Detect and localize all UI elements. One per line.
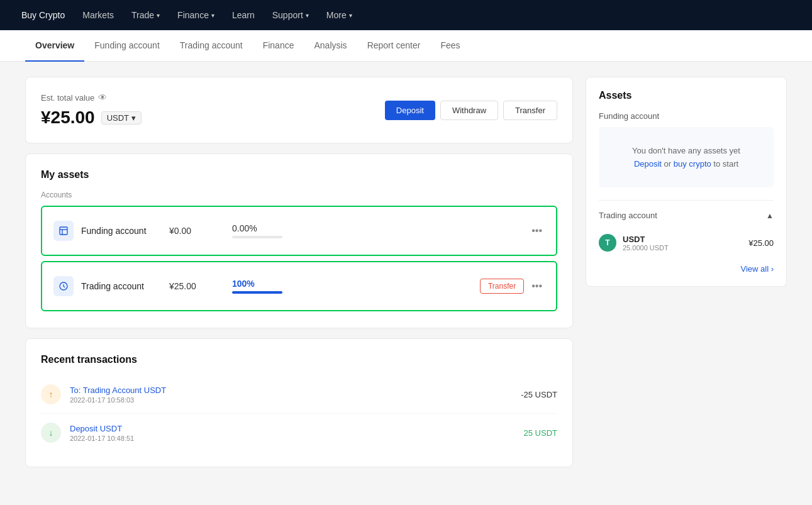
tx-icon-up-1: ↑ [41,384,61,404]
transaction-list: ↑ To: Trading Account USDT 2022-01-17 10… [41,375,557,452]
recent-transactions-title: Recent transactions [41,354,557,365]
sidebar-title: Assets [599,90,774,101]
sidebar: Assets Funding account You don't have an… [586,77,787,467]
funding-account-percent-value: 0.00% [232,223,308,233]
usdt-coin-name: USDT [623,235,748,244]
usdt-coin-info: USDT 25.0000 USDT [623,235,748,252]
main-layout: Est. total value 👁 ¥25.00 USDT ▾ Deposit… [0,62,812,482]
nav-support-label: Support [272,10,303,20]
nav-finance-chevron: ▾ [211,12,214,19]
trading-account-percent-value: 100% [232,279,308,289]
usdt-coin-amount: 25.0000 USDT [623,244,748,252]
empty-message: You don't have any assets yet [611,146,761,155]
funding-account-amount: ¥0.00 [169,226,232,236]
total-amount-value: ¥25.00 [41,108,95,128]
nav-more-label: More [326,10,347,20]
nav-more[interactable]: More ▾ [318,0,361,30]
nav-more-chevron: ▾ [349,12,352,19]
tx-title-1[interactable]: To: Trading Account USDT [70,386,521,395]
nav-finance-label: Finance [177,10,209,20]
total-amount: ¥25.00 USDT ▾ [41,108,142,128]
subnav-funding-account[interactable]: Funding account [84,30,170,62]
funding-progress-bar [232,236,282,238]
tx-info-1: To: Trading Account USDT 2022-01-17 10:5… [70,386,521,404]
trading-account-name: Trading account [81,281,169,291]
trading-progress-fill [232,291,282,294]
trading-account-icon [53,276,74,296]
funding-more-button[interactable]: ••• [529,225,545,236]
nav-learn[interactable]: Learn [223,0,264,30]
trading-account-row: Trading account ¥25.00 100% Transfer ••• [47,267,551,305]
sidebar-trading-label: Trading account [599,211,657,220]
nav-trade-label: Trade [131,10,154,20]
view-all-link[interactable]: View all › [599,264,774,274]
nav-support[interactable]: Support ▾ [264,0,318,30]
sidebar-assets-card: Assets Funding account You don't have an… [586,77,787,287]
trading-account-outline: Trading account ¥25.00 100% Transfer ••• [41,261,557,311]
subnav-analysis[interactable]: Analysis [304,30,357,62]
my-assets-title: My assets [41,169,557,180]
subnav-report-center[interactable]: Report center [357,30,431,62]
subnav-fees[interactable]: Fees [430,30,470,62]
empty-asset-box: You don't have any assets yet Deposit or… [599,127,774,187]
accounts-label: Accounts [41,191,557,199]
sub-navigation: Overview Funding account Trading account… [0,30,812,62]
subnav-overview[interactable]: Overview [25,30,84,62]
eye-icon[interactable]: 👁 [98,92,107,103]
currency-chevron-icon: ▾ [131,113,136,123]
tx-amount-1: -25 USDT [521,390,557,399]
usdt-coin-value: ¥25.00 [748,238,774,248]
svg-rect-0 [60,227,67,235]
top-navigation: Buy Crypto Markets Trade ▾ Finance ▾ Lea… [0,0,812,30]
tx-icon-down-2: ↓ [41,423,61,443]
funding-account-name: Funding account [81,226,169,236]
tx-info-2: Deposit USDT 2022-01-17 10:48:51 [70,424,524,442]
est-label-text: Est. total value [41,93,94,103]
tx-amount-2: 25 USDT [524,428,557,438]
funding-account-icon [53,221,74,241]
empty-message-text: You don't have any assets yet [632,146,740,155]
total-value-actions: Deposit Withdraw Transfer [385,101,557,120]
trading-more-button[interactable]: ••• [529,280,545,292]
my-assets-card: My assets Accounts Funding account ¥0.00… [25,153,573,328]
subnav-trading-account[interactable]: Trading account [170,30,253,62]
usdt-coin-icon: T [599,234,616,252]
trading-progress-bar [232,291,282,294]
trading-account-amount: ¥25.00 [169,281,232,291]
nav-trade-chevron: ▾ [157,12,160,19]
funding-account-actions: ••• [529,225,545,236]
est-label: Est. total value 👁 [41,92,142,103]
subnav-finance[interactable]: Finance [253,30,304,62]
empty-deposit-link[interactable]: Deposit [634,159,662,169]
currency-label: USDT [107,113,129,123]
empty-buy-crypto-link[interactable]: buy crypto [674,159,711,169]
trading-collapse-icon[interactable]: ▲ [766,211,774,220]
nav-finance[interactable]: Finance ▾ [169,0,223,30]
transaction-row-2: ↓ Deposit USDT 2022-01-17 10:48:51 25 US… [41,414,557,452]
withdraw-button[interactable]: Withdraw [440,101,498,120]
transfer-button[interactable]: Transfer [503,101,557,120]
main-content: Est. total value 👁 ¥25.00 USDT ▾ Deposit… [25,77,573,467]
trading-account-actions: Transfer ••• [480,279,545,294]
sidebar-funding-label: Funding account [599,111,774,121]
nav-trade[interactable]: Trade ▾ [123,0,169,30]
total-value-left: Est. total value 👁 ¥25.00 USDT ▾ [41,92,142,128]
nav-markets[interactable]: Markets [74,0,123,30]
recent-transactions-card: Recent transactions ↑ To: Trading Accoun… [25,338,573,467]
tx-date-2: 2022-01-17 10:48:51 [70,435,524,442]
sidebar-trading-header: Trading account ▲ [599,211,774,220]
nav-buy-crypto[interactable]: Buy Crypto [13,0,74,30]
nav-learn-label: Learn [232,10,255,20]
funding-account-outline: Funding account ¥0.00 0.00% ••• [41,206,557,256]
nav-markets-label: Markets [82,10,114,20]
tx-title-2[interactable]: Deposit USDT [70,424,524,433]
total-value-card: Est. total value 👁 ¥25.00 USDT ▾ Deposit… [25,77,573,143]
nav-support-chevron: ▾ [306,12,309,19]
asset-row-usdt: T USDT 25.0000 USDT ¥25.00 [599,229,774,257]
deposit-button[interactable]: Deposit [385,101,435,120]
trading-transfer-button[interactable]: Transfer [480,279,524,294]
transaction-row-1: ↑ To: Trading Account USDT 2022-01-17 10… [41,375,557,414]
funding-account-percent: 0.00% [232,223,308,238]
funding-account-row: Funding account ¥0.00 0.00% ••• [47,212,551,250]
currency-selector[interactable]: USDT ▾ [101,111,142,125]
